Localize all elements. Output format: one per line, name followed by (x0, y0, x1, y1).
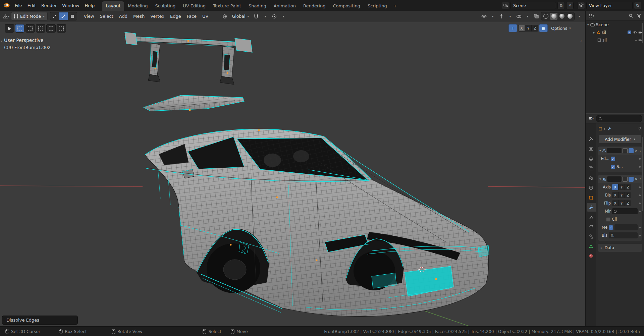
menu-edit[interactable]: Edit (25, 2, 39, 9)
view-layer-selector[interactable]: View Layer (586, 2, 633, 9)
proportional-grid-button[interactable]: ▦ (539, 24, 548, 32)
pin-icon[interactable] (638, 127, 642, 131)
decorator-dot[interactable] (639, 186, 641, 188)
tab-compositing[interactable]: Compositing (329, 1, 364, 11)
axis-z-button[interactable]: Z (625, 184, 631, 190)
menu-select[interactable]: Select (98, 12, 116, 20)
menu-mesh[interactable]: Mesh (131, 12, 147, 20)
shading-solid-button[interactable] (550, 13, 557, 20)
mirror-object-field[interactable] (612, 208, 638, 214)
collection-expand-icon[interactable]: ▾ (587, 23, 589, 26)
outliner-row-mesh-data[interactable]: sil – (586, 36, 644, 44)
properties-scrollbar[interactable] (642, 137, 643, 211)
scene-browse-icon[interactable] (502, 2, 509, 9)
select-box-extend-button[interactable] (25, 24, 35, 33)
bisect-z-button[interactable]: Z (625, 192, 631, 198)
tab-output[interactable] (587, 154, 596, 163)
decorator-dot[interactable] (639, 194, 641, 196)
tab-view-layer[interactable] (587, 164, 596, 173)
outliner-filter-icon[interactable] (636, 12, 642, 19)
vertex-select-button[interactable] (50, 12, 59, 20)
display-realtime-toggle[interactable] (629, 177, 634, 182)
shading-dropdown[interactable]: ▾ (575, 12, 583, 20)
exclude-checkbox[interactable]: ✓ (628, 31, 631, 34)
overlays-dropdown[interactable]: ▾ (524, 12, 532, 20)
mirror-y-toggle[interactable]: Y (525, 25, 532, 32)
menu-window[interactable]: Window (59, 2, 82, 9)
display-editmode-toggle[interactable] (623, 177, 628, 182)
data-subpanel-header[interactable]: ▸ Data (598, 243, 642, 252)
edge-angle-checkbox[interactable]: ✓ (611, 157, 615, 161)
overlays-icon[interactable] (515, 12, 523, 20)
tab-world[interactable] (587, 183, 596, 192)
decorator-dot[interactable] (639, 235, 641, 236)
blender-logo-icon[interactable] (3, 3, 10, 8)
tab-modeling[interactable]: Modeling (124, 1, 151, 11)
shading-material-button[interactable] (558, 13, 566, 20)
decorator-dot[interactable] (639, 158, 641, 160)
menu-add[interactable]: Add (117, 12, 130, 20)
tab-tool[interactable] (587, 135, 596, 144)
scene-selector[interactable]: Scene (511, 2, 556, 9)
modifier-name-field[interactable] (607, 176, 622, 182)
properties-editor-type-button[interactable]: ▾ (588, 115, 594, 122)
menu-help[interactable]: Help (82, 2, 98, 9)
select-box-intersect-button[interactable] (57, 24, 66, 33)
bisect-x-button[interactable]: X (612, 192, 619, 198)
axis-y-button[interactable]: Y (619, 184, 625, 190)
edge-select-button[interactable] (59, 12, 68, 20)
gizmo-icon[interactable] (497, 12, 505, 20)
select-box-subtract-button[interactable] (36, 24, 45, 33)
editor-type-button[interactable]: ▾ (2, 12, 10, 20)
decorator-dot[interactable] (639, 203, 641, 204)
unlink-scene-button[interactable]: ✕ (566, 2, 574, 9)
new-view-layer-button[interactable]: ⧉ (634, 2, 641, 9)
xray-toggle[interactable] (532, 12, 540, 20)
view-layer-browse-icon[interactable] (578, 2, 585, 9)
outliner-scrollbar[interactable] (642, 23, 643, 43)
add-workspace-button[interactable]: + (391, 1, 400, 11)
add-modifier-button[interactable]: Add Modifier ▾ (598, 135, 642, 144)
mirror-x-toggle[interactable]: X (518, 25, 525, 32)
tab-layout[interactable]: Layout (102, 1, 124, 11)
menu-view[interactable]: View (82, 12, 97, 20)
tab-object[interactable] (587, 193, 596, 202)
snap-target-button[interactable]: + (508, 24, 517, 32)
bisect-y-button[interactable]: Y (619, 192, 625, 198)
decorator-dot[interactable] (639, 227, 641, 228)
snap-dropdown[interactable]: ▾ (261, 12, 269, 20)
tab-physics[interactable] (587, 222, 596, 231)
panel-collapse-icon[interactable]: ▾ (599, 149, 601, 152)
merge-threshold-field[interactable] (614, 224, 638, 230)
new-scene-button[interactable]: ⧉ (557, 2, 565, 9)
outliner-row-scene[interactable]: ▾ Scene (586, 21, 644, 29)
select-box-new-button[interactable] (15, 24, 24, 33)
transform-pivot-icon[interactable] (221, 12, 229, 20)
tab-object-data[interactable] (587, 242, 596, 250)
outliner-search-icon[interactable] (628, 12, 634, 19)
face-select-button[interactable] (68, 12, 77, 20)
modifier-name-field[interactable] (607, 148, 622, 153)
flip-x-button[interactable]: X (612, 200, 619, 206)
toolbar-expand-arrow[interactable]: › (1, 39, 2, 43)
tab-material[interactable] (587, 251, 596, 260)
shading-wireframe-button[interactable] (542, 13, 549, 20)
tab-sculpting[interactable]: Sculpting (151, 1, 179, 11)
tab-render[interactable] (587, 145, 596, 153)
display-editmode-toggle[interactable] (623, 148, 628, 153)
visibility-eye-icon[interactable] (480, 12, 488, 20)
merge-checkbox[interactable]: ✓ (609, 225, 613, 230)
mirror-z-toggle[interactable]: Z (532, 25, 538, 32)
display-realtime-toggle[interactable] (629, 148, 634, 153)
flip-z-button[interactable]: Z (625, 200, 631, 206)
outliner-row-object[interactable]: ▸ sil ✓ (586, 29, 644, 36)
tab-scene[interactable] (587, 174, 596, 182)
close-modifier-icon[interactable]: ✕ (635, 177, 637, 181)
proportional-dropdown[interactable]: ▾ (279, 12, 287, 20)
gizmo-dropdown[interactable]: ▾ (506, 12, 514, 20)
modifier-header[interactable]: ▾ ✕ ∷ (598, 175, 642, 183)
orientation-dropdown[interactable]: Global ▾ (230, 13, 251, 20)
tab-constraints[interactable] (587, 232, 596, 241)
decorator-dot[interactable] (639, 211, 641, 212)
active-tool-button[interactable] (5, 24, 14, 33)
